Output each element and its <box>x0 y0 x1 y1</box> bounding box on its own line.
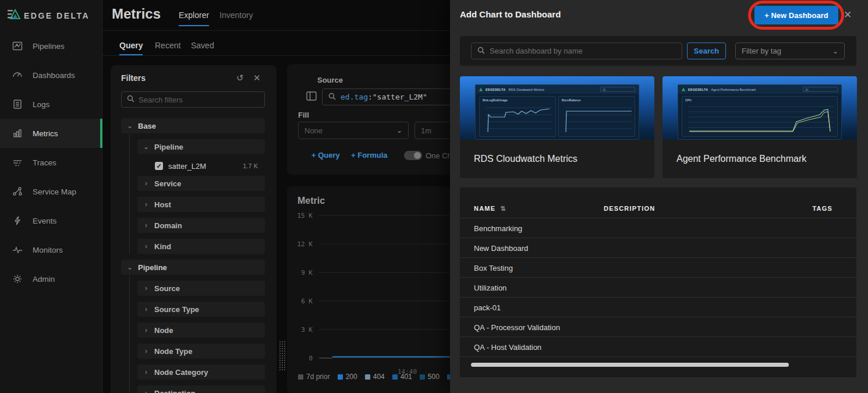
table-row[interactable]: Utilization <box>460 277 856 298</box>
table-row[interactable]: pack-01 <box>460 297 856 317</box>
filter-label: Source <box>154 284 180 293</box>
tab-recent[interactable]: Recent <box>155 41 180 54</box>
filter-group-node-type[interactable]: › Node Type <box>137 344 265 359</box>
filter-group-node-category[interactable]: › Node Category <box>137 364 265 380</box>
modal-title: Add Chart to Dashboard <box>460 9 561 19</box>
mini-logo-icon <box>682 88 685 91</box>
filter-group-kind[interactable]: › Kind <box>137 239 265 254</box>
chevron-right-icon: › <box>143 326 149 334</box>
chevron-down-icon: ⌄ <box>127 122 133 130</box>
service-map-icon <box>12 186 23 197</box>
filter-by-tag-select[interactable]: Filter by tag ⌄ <box>735 43 845 59</box>
tab-explorer[interactable]: Explorer <box>179 10 209 26</box>
table-row[interactable]: QA - Host Validation <box>460 337 856 357</box>
dashboard-card-rds-cloudwatch[interactable]: EDGEDELTA RDS Cloudwatch Metrics 1h BinL… <box>460 76 654 178</box>
dashboard-card-name: RDS Cloudwatch Metrics <box>474 154 578 164</box>
legend-item[interactable]: 500 <box>420 373 440 381</box>
sidebar-item-admin[interactable]: Admin <box>0 264 102 293</box>
filter-count: 1.7 K <box>243 162 258 169</box>
dashboard-search-box[interactable] <box>471 43 682 59</box>
add-query-button[interactable]: + Query <box>311 151 340 160</box>
legend-item[interactable]: 200 <box>338 373 357 381</box>
chevron-right-icon: › <box>143 179 149 187</box>
table-row[interactable]: Box Testing <box>460 257 856 278</box>
filter-group-domain[interactable]: › Domain <box>137 218 265 233</box>
filter-group-host[interactable]: › Host <box>137 197 265 212</box>
sidebar-item-events[interactable]: Events <box>0 206 102 235</box>
filter-label: Host <box>154 200 171 209</box>
dashboard-search-strip: Search Filter by tag ⌄ <box>460 36 856 66</box>
filter-group-pipeline[interactable]: ⌄ Pipeline <box>137 139 265 154</box>
chevron-right-icon: › <box>143 200 149 208</box>
table-row[interactable]: Benchmarking <box>460 218 856 238</box>
fill-select[interactable]: None ⌄ <box>298 122 409 139</box>
y-tick: 0 <box>293 355 313 362</box>
edge-delta-logo-icon <box>8 9 20 23</box>
tab-query[interactable]: Query <box>119 41 143 55</box>
legend-swatch <box>420 374 425 380</box>
filter-label: Source Type <box>154 305 199 314</box>
y-tick: 12 K <box>293 240 313 248</box>
sidebar-item-label: Admin <box>33 275 55 284</box>
close-icon[interactable]: ✕ <box>844 9 852 21</box>
sidebar-item-pipelines[interactable]: Pipelines <box>0 31 102 61</box>
filter-label: Destination <box>154 389 196 393</box>
filters-title: Filters <box>121 73 146 83</box>
filter-label: Service <box>154 179 181 188</box>
filter-label: Node Type <box>154 347 193 356</box>
sidebar-item-dashboards[interactable]: Dashboards <box>0 61 102 90</box>
search-button[interactable]: Search <box>687 43 726 59</box>
dashboard-search-input[interactable] <box>490 47 676 55</box>
tree-line <box>129 275 130 393</box>
legend-item[interactable]: 401 <box>392 373 412 381</box>
mini-logo-icon <box>479 88 483 91</box>
sidebar-item-traces[interactable]: Traces <box>0 148 102 177</box>
filters-search-input[interactable] <box>139 95 259 104</box>
monitors-icon <box>12 244 23 256</box>
one-chart-toggle[interactable] <box>404 151 422 160</box>
tab-inventory[interactable]: Inventory <box>219 10 253 25</box>
legend-item[interactable]: 7d prior <box>298 373 330 381</box>
table-row[interactable]: New Dashboard <box>460 238 856 258</box>
filter-group-source-type[interactable]: › Source Type <box>137 302 265 317</box>
sidebar-item-metrics[interactable]: Metrics <box>0 119 102 148</box>
dashboards-table: NAME⇅ DESCRIPTION TAGS Benchmarking New … <box>460 187 856 377</box>
legend-swatch <box>392 374 398 380</box>
close-filters-icon[interactable]: ✕ <box>253 73 261 83</box>
filter-group-service[interactable]: › Service <box>137 176 265 191</box>
sidebar-item-logs[interactable]: Logs <box>0 90 102 119</box>
one-chart-label: One Ch <box>426 151 452 160</box>
mini-title: Agent Performance Benchmark <box>711 88 756 91</box>
sidebar-item-monitors[interactable]: Monitors <box>0 235 102 264</box>
horizontal-scrollbar[interactable] <box>471 363 789 367</box>
legend-item[interactable]: 404 <box>365 373 385 381</box>
filter-group-base[interactable]: ⌄ Base <box>121 118 265 133</box>
layout-panel-icon[interactable] <box>306 91 317 103</box>
dashboard-card-agent-benchmark[interactable]: EDGEDELTA Agent Performance Benchmark 1h… <box>662 76 857 178</box>
mini-panel-title: CPU <box>682 97 837 102</box>
sort-icon[interactable]: ⇅ <box>500 205 505 212</box>
legend-swatch <box>365 374 370 380</box>
sidebar-item-service-map[interactable]: Service Map <box>0 177 102 206</box>
filter-group-node[interactable]: › Node <box>137 323 265 338</box>
filters-search-box[interactable] <box>121 91 265 108</box>
add-formula-button[interactable]: + Formula <box>351 151 388 160</box>
new-dashboard-button[interactable]: + New Dashboard <box>754 6 838 24</box>
filter-group-pipeline-2[interactable]: ⌄ Pipeline <box>121 260 265 275</box>
column-header-name[interactable]: NAME⇅ <box>474 205 505 213</box>
tree-line <box>129 134 130 254</box>
sidebar: EDGE DELTA Pipelines Dashboards Logs Met… <box>0 0 102 393</box>
filter-value-satter-l2m[interactable]: ✓ satter_L2M 1.7 K <box>149 158 265 174</box>
table-row[interactable]: QA - Processor Validation <box>460 317 856 337</box>
dashboard-card-name: Agent Performance Benchmark <box>676 154 806 164</box>
sidebar-item-label: Events <box>33 217 56 225</box>
search-icon <box>328 93 336 102</box>
tab-saved[interactable]: Saved <box>191 41 214 54</box>
filter-group-destination[interactable]: › Destination <box>137 385 265 393</box>
chevron-down-icon: ⌄ <box>143 143 149 151</box>
reset-filters-icon[interactable]: ↺ <box>236 73 244 83</box>
filter-group-source[interactable]: › Source <box>137 281 265 296</box>
chevron-down-icon: ⌄ <box>127 263 133 271</box>
checkbox-checked[interactable]: ✓ <box>155 162 163 170</box>
drag-handle[interactable] <box>279 341 285 371</box>
